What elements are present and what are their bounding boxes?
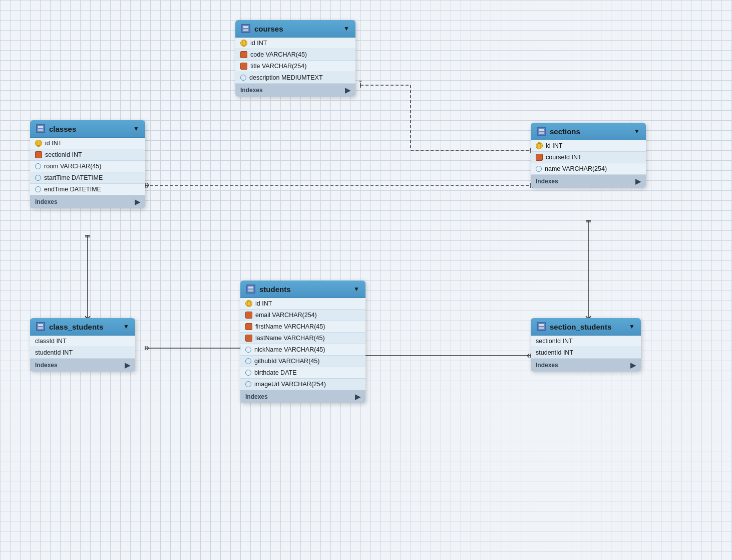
table-section-students-name: section_students bbox=[550, 323, 625, 331]
svg-line-27 bbox=[147, 346, 149, 348]
chevron-down-icon[interactable]: ▼ bbox=[353, 286, 359, 293]
field-label: firstName VARCHAR(45) bbox=[255, 323, 325, 330]
field-label: startTime DATETIME bbox=[44, 174, 103, 181]
svg-rect-39 bbox=[539, 129, 544, 131]
indexes-label: Indexes bbox=[245, 393, 268, 400]
fk-icon bbox=[240, 63, 247, 70]
table-courses-footer[interactable]: Indexes ▶ bbox=[235, 84, 355, 97]
table-section-students-header: section_students ▼ bbox=[531, 318, 641, 336]
svg-line-9 bbox=[147, 183, 149, 185]
table-students-name: students bbox=[259, 285, 349, 294]
table-sections-body: id INT courseId INT name VARCHAR(254) bbox=[531, 140, 646, 175]
table-section-students-body: sectionId INT studentId INT bbox=[531, 336, 641, 359]
arrow-right-icon[interactable]: ▶ bbox=[635, 177, 641, 185]
table-class-students-footer[interactable]: Indexes ▶ bbox=[30, 359, 135, 372]
table-row: name VARCHAR(254) bbox=[531, 163, 646, 175]
field-label: code VARCHAR(45) bbox=[250, 51, 307, 58]
field-icon bbox=[245, 381, 251, 387]
fk-icon bbox=[245, 323, 252, 330]
table-row: studentId INT bbox=[531, 347, 641, 359]
table-section-students[interactable]: section_students ▼ sectionId INT student… bbox=[531, 318, 641, 372]
table-icon bbox=[537, 322, 546, 331]
field-label: nickName VARCHAR(45) bbox=[254, 346, 325, 353]
table-students-body: id INT email VARCHAR(254) firstName VARC… bbox=[240, 298, 365, 390]
field-label: githubId VARCHAR(45) bbox=[254, 358, 319, 365]
table-row: lastName VARCHAR(45) bbox=[240, 333, 365, 344]
table-row: nickName VARCHAR(45) bbox=[240, 344, 365, 356]
table-class-students[interactable]: class_students ▼ classId INT studentId I… bbox=[30, 318, 135, 372]
field-label: courseId INT bbox=[546, 154, 582, 161]
field-icon bbox=[245, 358, 251, 364]
svg-rect-45 bbox=[38, 324, 43, 326]
table-row: githubId VARCHAR(45) bbox=[240, 356, 365, 367]
fk-icon bbox=[240, 51, 247, 58]
table-row: id INT bbox=[531, 140, 646, 152]
svg-rect-48 bbox=[539, 327, 544, 329]
table-icon bbox=[537, 127, 546, 136]
svg-rect-43 bbox=[248, 287, 253, 289]
table-row: title VARCHAR(254) bbox=[235, 61, 355, 72]
indexes-label: Indexes bbox=[536, 178, 558, 185]
table-class-students-header: class_students ▼ bbox=[30, 318, 135, 336]
table-class-students-body: classId INT studentId INT bbox=[30, 336, 135, 359]
field-label: studentId INT bbox=[536, 349, 573, 356]
chevron-down-icon[interactable]: ▼ bbox=[123, 323, 129, 330]
table-row: id INT bbox=[240, 298, 365, 310]
field-label: id INT bbox=[255, 300, 272, 307]
pk-icon bbox=[35, 140, 42, 147]
chevron-down-icon[interactable]: ▼ bbox=[629, 323, 635, 330]
arrow-right-icon[interactable]: ▶ bbox=[135, 198, 140, 206]
svg-rect-37 bbox=[243, 26, 248, 28]
table-classes-footer[interactable]: Indexes ▶ bbox=[30, 195, 145, 208]
svg-rect-42 bbox=[38, 129, 43, 131]
field-label: classId INT bbox=[35, 338, 67, 345]
field-label: room VARCHAR(45) bbox=[44, 163, 101, 170]
indexes-label: Indexes bbox=[240, 87, 263, 94]
table-class-students-name: class_students bbox=[49, 323, 119, 331]
table-students[interactable]: students ▼ id INT email VARCHAR(254) fir… bbox=[240, 281, 365, 403]
field-icon bbox=[240, 75, 246, 81]
arrow-right-icon[interactable]: ▶ bbox=[125, 361, 130, 369]
field-label: id INT bbox=[546, 142, 562, 149]
field-label: name VARCHAR(254) bbox=[545, 165, 607, 172]
chevron-down-icon[interactable]: ▼ bbox=[634, 128, 640, 135]
fk-icon bbox=[245, 335, 252, 342]
table-sections-footer[interactable]: Indexes ▶ bbox=[531, 175, 646, 188]
chevron-down-icon[interactable]: ▼ bbox=[133, 125, 139, 132]
indexes-label: Indexes bbox=[35, 362, 58, 369]
arrow-right-icon[interactable]: ▶ bbox=[345, 86, 350, 94]
table-courses-header: courses ▼ bbox=[235, 20, 355, 38]
field-label: description MEDIUMTEXT bbox=[249, 74, 323, 81]
table-classes[interactable]: classes ▼ id INT sectionId INT room VARC… bbox=[30, 120, 145, 208]
table-row: sectionId INT bbox=[531, 336, 641, 347]
table-icon bbox=[36, 124, 45, 133]
table-icon bbox=[241, 24, 250, 33]
field-label: title VARCHAR(254) bbox=[250, 63, 306, 70]
table-sections-header: sections ▼ bbox=[531, 123, 646, 140]
table-row: studentId INT bbox=[30, 347, 135, 359]
chevron-down-icon[interactable]: ▼ bbox=[343, 25, 349, 32]
table-row: email VARCHAR(254) bbox=[240, 310, 365, 321]
arrow-right-icon[interactable]: ▶ bbox=[630, 361, 636, 369]
field-label: email VARCHAR(254) bbox=[255, 312, 317, 319]
table-section-students-footer[interactable]: Indexes ▶ bbox=[531, 359, 641, 372]
table-sections[interactable]: sections ▼ id INT courseId INT name VARC… bbox=[531, 123, 646, 188]
field-icon bbox=[35, 175, 41, 181]
table-classes-header: classes ▼ bbox=[30, 120, 145, 138]
svg-rect-46 bbox=[38, 327, 43, 329]
table-row: birthdate DATE bbox=[240, 367, 365, 379]
table-row: code VARCHAR(45) bbox=[235, 49, 355, 61]
table-students-footer[interactable]: Indexes ▶ bbox=[240, 390, 365, 403]
table-classes-name: classes bbox=[49, 125, 129, 133]
fk-icon bbox=[245, 312, 252, 319]
pk-icon bbox=[536, 142, 543, 149]
table-courses[interactable]: courses ▼ id INT code VARCHAR(45) title … bbox=[235, 20, 355, 97]
field-label: sectionId INT bbox=[536, 338, 573, 345]
svg-line-28 bbox=[147, 348, 149, 350]
table-row: imageUrl VARCHAR(254) bbox=[240, 379, 365, 390]
table-row: id INT bbox=[30, 138, 145, 149]
table-icon bbox=[246, 285, 255, 294]
pk-icon bbox=[240, 40, 247, 47]
arrow-right-icon[interactable]: ▶ bbox=[355, 393, 360, 401]
field-icon bbox=[245, 347, 251, 353]
